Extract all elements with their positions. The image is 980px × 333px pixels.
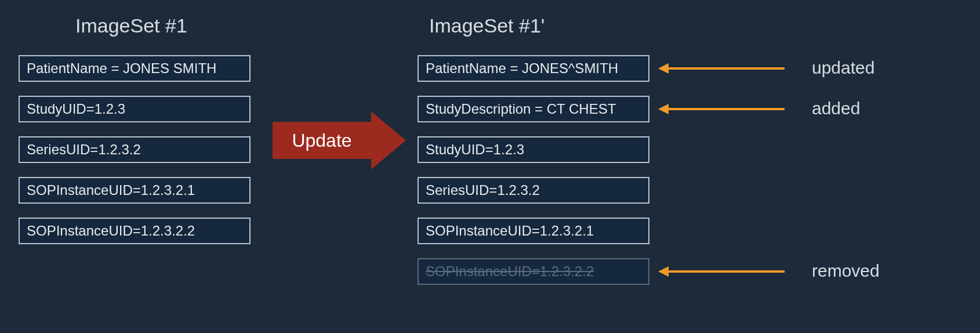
- left-field-4: SOPInstanceUID=1.2.3.2.2: [19, 218, 251, 244]
- update-arrow: Update: [273, 122, 371, 159]
- right-field-5-removed: SOPInstanceUID=1.2.3.2.2: [418, 258, 649, 285]
- update-arrow-label: Update: [292, 130, 351, 151]
- left-field-2: SeriesUID=1.2.3.2: [19, 136, 251, 163]
- annotation-removed: removed: [812, 261, 880, 281]
- arrow-updated-line: [669, 67, 785, 70]
- arrow-removed-line: [669, 270, 785, 273]
- arrow-removed-head: [658, 266, 669, 277]
- annotation-updated: updated: [812, 58, 874, 78]
- update-arrow-head: [371, 111, 406, 169]
- right-column-title: ImageSet #1': [429, 15, 545, 37]
- left-column-title: ImageSet #1: [75, 15, 187, 37]
- right-field-3: SeriesUID=1.2.3.2: [418, 177, 649, 204]
- diagram-stage: ImageSet #1 ImageSet #1' PatientName = J…: [0, 0, 980, 333]
- left-field-1: StudyUID=1.2.3: [19, 96, 251, 122]
- arrow-added-line: [669, 108, 785, 110]
- arrow-added-head: [658, 104, 669, 114]
- left-field-3: SOPInstanceUID=1.2.3.2.1: [19, 177, 251, 204]
- right-field-0: PatientName = JONES^SMITH: [418, 55, 649, 82]
- right-field-4: SOPInstanceUID=1.2.3.2.1: [418, 218, 649, 244]
- annotation-added: added: [812, 99, 860, 118]
- left-field-0: PatientName = JONES SMITH: [19, 55, 251, 82]
- right-field-2: StudyUID=1.2.3: [418, 136, 649, 163]
- right-field-1: StudyDescription = CT CHEST: [418, 96, 649, 122]
- arrow-updated-head: [658, 63, 669, 74]
